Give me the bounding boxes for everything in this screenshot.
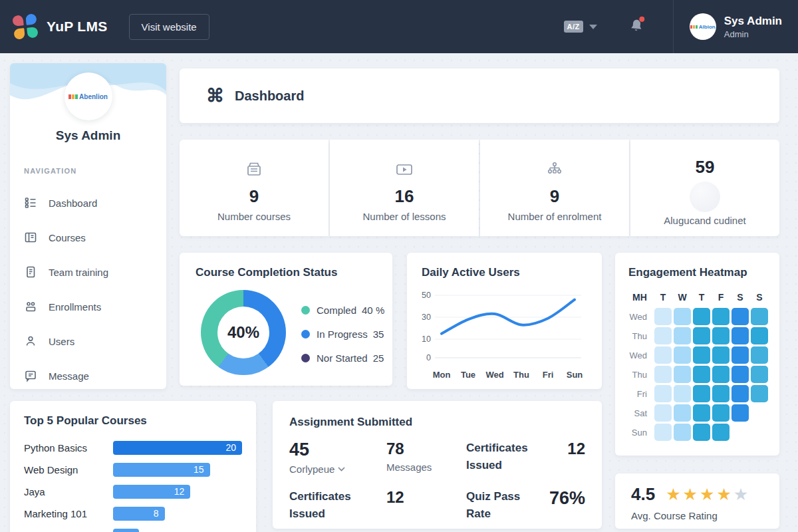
legend-label: In Progress (317, 329, 368, 340)
heatmap-cell (732, 366, 749, 383)
users-icon (24, 334, 37, 348)
course-name: Web Design (24, 464, 113, 475)
archive-icon (180, 160, 329, 181)
stat-label: Number courses (180, 211, 329, 222)
bar-track: 12 (113, 485, 242, 499)
stat-card-lessons: 16Number of lessons (330, 140, 479, 236)
user-menu[interactable]: Albion Sys Admin Admin (690, 13, 782, 40)
legend-item: Compled40 % (301, 298, 384, 322)
enrollments-icon (24, 300, 37, 313)
sidebar-item-users[interactable]: Users (10, 324, 166, 358)
daily-title: Daily Active Users (422, 266, 587, 279)
popular-title: Top 5 Popular Courses (24, 414, 242, 428)
heatmap-cell (712, 424, 730, 441)
heatmap-cell (712, 404, 730, 422)
course-name: Marketing 101 (24, 508, 113, 519)
heatmap-cell (751, 346, 768, 364)
course-bar-row: Jaya12 (24, 481, 242, 503)
notification-bell-icon[interactable] (628, 16, 644, 37)
course-bar-row: Excel Mastory4 (24, 525, 242, 532)
bar-track: 8 (113, 507, 242, 521)
stat-value: 59 (630, 157, 779, 178)
heatmap-cell (732, 308, 749, 325)
legend-dot (301, 330, 310, 338)
assignment-count-label[interactable]: Corlypeue (289, 464, 381, 475)
heatmap-column-header: S (751, 292, 768, 303)
sidebar-item-courses[interactable]: Courses (10, 220, 166, 255)
certificates-issued-value: 12 (543, 440, 585, 475)
chevron-down-icon (589, 25, 597, 29)
heatmap-column-header: MH (628, 292, 652, 303)
courses-icon (24, 231, 37, 244)
heatmap-cell (693, 385, 710, 402)
chevron-down-icon (338, 467, 345, 471)
heatmap-cell (674, 385, 691, 402)
sidebar-item-message[interactable]: Message (10, 358, 166, 389)
heatmap-cell (712, 346, 730, 364)
course-rating-card: 4.5 ★★★★★ Avg. Course Rating (615, 473, 779, 529)
profile-avatar: Abenlion (65, 72, 112, 120)
message-icon (24, 369, 37, 382)
heatmap-cell (712, 385, 730, 402)
legend-value: 40 % (362, 305, 384, 316)
heatmap-cell (693, 404, 710, 422)
legend-label: Compled (317, 305, 356, 316)
bar-value: 20 (225, 442, 236, 453)
heatmap-cell (693, 308, 710, 325)
user-name: Sys Admin (724, 15, 782, 28)
star-icon: ★ (666, 485, 682, 503)
heatmap-cell (674, 308, 691, 325)
heatmap-row-label: Thu (628, 331, 652, 341)
heatmap-empty-cell (751, 404, 768, 422)
heatmap-cell (732, 327, 749, 344)
heatmap-column-header: S (732, 292, 749, 303)
engagement-heatmap-card: Engagement Heatmap MHTWTFSSWedThuWedThuF… (615, 253, 779, 456)
heatmap-title: Engagement Heatmap (628, 266, 766, 279)
heatmap-row-label: Fri (628, 389, 652, 399)
heatmap-column-header: T (654, 292, 672, 303)
stat-card-enrolment: 9Number of enrolment (480, 140, 629, 236)
certificates-issued-value-2: 12 (386, 488, 461, 523)
rating-score: 4.5 (631, 484, 655, 505)
profile-name: Sys Admin (10, 128, 166, 143)
course-bar-row: Marketing 1018 (24, 503, 242, 525)
heatmap-cell (693, 346, 710, 364)
quiz-pass-rate-value: 76% (543, 488, 585, 523)
heatmap-column-header: W (674, 292, 691, 303)
page-title: Dashboard (235, 88, 304, 104)
svg-text:0: 0 (426, 353, 431, 362)
heatmap-cell (693, 366, 710, 383)
course-name: Jaya (24, 486, 113, 497)
heatmap-cell (732, 404, 749, 422)
team-training-icon (24, 265, 37, 279)
brand-title: YuP LMS (47, 19, 108, 35)
sidebar-item-label: Users (49, 336, 74, 347)
legend-dot (301, 354, 310, 362)
bar-fill: 12 (113, 485, 190, 499)
popular-bars: Python Basics20Web Design15Jaya12Marketi… (24, 437, 242, 532)
sidebar-item-enrollments[interactable]: Enrollments (10, 289, 166, 324)
heatmap-row-label: Thu (628, 370, 652, 380)
bar-value: 12 (174, 486, 185, 497)
visit-website-button[interactable]: Visit website (129, 14, 209, 40)
dashboard-icon (24, 196, 37, 209)
video-icon (330, 160, 479, 181)
sidebar-item-dashboard[interactable]: Dashboard (10, 186, 166, 220)
svg-text:10: 10 (422, 334, 431, 344)
heatmap-cell (712, 308, 730, 325)
heatmap-cell (751, 385, 768, 402)
heatmap-empty-cell (732, 424, 749, 441)
legend-value: 25 (373, 352, 384, 364)
heatmap-column-header: F (712, 292, 730, 303)
legend-value: 35 (373, 329, 384, 340)
assignment-title: Assignment Submitted (289, 416, 585, 429)
heatmap-cell (654, 308, 672, 325)
heatmap-cell (751, 327, 768, 344)
legend-item: In Progress35 (301, 322, 384, 346)
heatmap-row-label: Wed (628, 350, 652, 360)
heatmap-cell (674, 424, 691, 441)
navigation-section-label: NAVIGATION (24, 167, 166, 175)
sidebar-item-team-training[interactable]: Team training (10, 255, 166, 289)
language-dropdown[interactable]: A/Z (564, 21, 597, 33)
stat-value: 16 (330, 186, 479, 207)
